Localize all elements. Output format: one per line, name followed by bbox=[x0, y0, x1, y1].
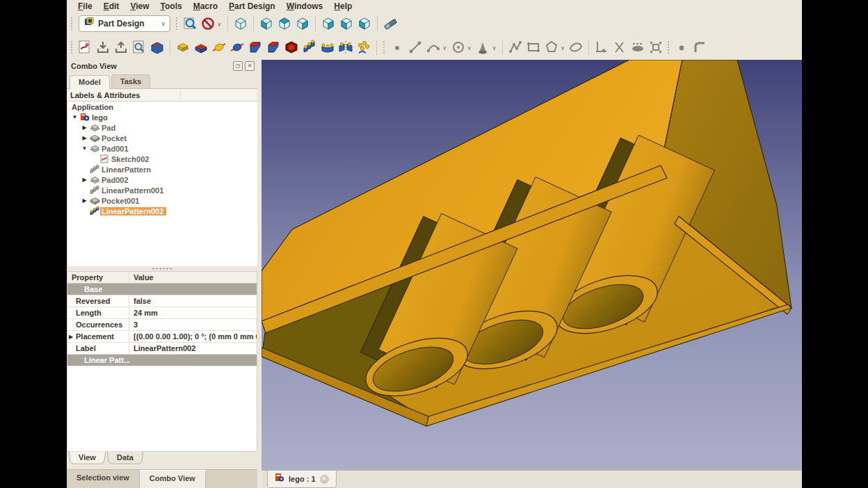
mdi-tab-lego[interactable]: lego : 1 ✕ bbox=[267, 471, 337, 488]
linear-pattern-icon[interactable] bbox=[300, 38, 319, 56]
trim-icon[interactable] bbox=[611, 38, 629, 56]
menu-view[interactable]: View bbox=[124, 1, 154, 12]
polygon-icon[interactable] bbox=[542, 38, 561, 56]
chevron-down-icon[interactable]: ∨ bbox=[561, 43, 565, 51]
clone-icon[interactable] bbox=[647, 38, 665, 56]
revolution-icon[interactable] bbox=[210, 38, 228, 56]
cube-left-icon[interactable] bbox=[355, 15, 373, 33]
chevron-down-icon[interactable]: ∨ bbox=[492, 43, 497, 51]
expander-icon[interactable]: ▶ bbox=[69, 334, 76, 340]
model-tree[interactable]: Application▼lego▶Pad▶Pocket▼Pad001Sketch… bbox=[67, 101, 257, 266]
arc-icon[interactable] bbox=[424, 38, 442, 56]
property-grid[interactable]: PropertyValueBaseReversedfalseLength24 m… bbox=[67, 271, 257, 452]
toolbar-grip[interactable] bbox=[383, 40, 386, 54]
tab-model[interactable]: Model bbox=[70, 75, 110, 89]
float-icon[interactable]: ◳ bbox=[233, 61, 243, 71]
polyline-icon[interactable] bbox=[506, 38, 524, 56]
coords-icon[interactable] bbox=[593, 38, 611, 56]
toolbar-grip[interactable] bbox=[667, 40, 670, 54]
property-row-occurrences[interactable]: Occurrences3 bbox=[67, 319, 257, 331]
menu-windows[interactable]: Windows bbox=[281, 1, 329, 12]
chevron-down-icon[interactable]: ∨ bbox=[217, 19, 222, 28]
tab-tasks[interactable]: Tasks bbox=[111, 74, 150, 88]
tree-item-pocket001[interactable]: ▶Pocket001 bbox=[67, 195, 257, 206]
tree-item-pocket[interactable]: ▶Pocket bbox=[67, 133, 257, 143]
line-icon[interactable] bbox=[406, 38, 424, 56]
toolbar-grip[interactable] bbox=[70, 40, 74, 54]
tree-item-linearpattern[interactable]: LinearPattern bbox=[67, 164, 257, 174]
cube-right-icon[interactable] bbox=[294, 15, 312, 33]
expander-icon[interactable]: ▶ bbox=[80, 124, 89, 131]
property-value[interactable]: 3 bbox=[129, 320, 257, 329]
export-icon[interactable] bbox=[112, 38, 130, 56]
menu-file[interactable]: File bbox=[72, 1, 98, 12]
chevron-down-icon[interactable]: ∨ bbox=[442, 43, 447, 51]
property-row-reversed[interactable]: Reversedfalse bbox=[67, 295, 257, 307]
conics-icon[interactable] bbox=[474, 38, 492, 56]
extend-icon[interactable] bbox=[629, 38, 647, 56]
toolbar-grip[interactable] bbox=[175, 17, 179, 31]
groove-icon[interactable] bbox=[228, 38, 246, 56]
close-icon[interactable]: ✕ bbox=[320, 475, 329, 484]
view-sketch-icon[interactable] bbox=[130, 38, 148, 56]
menu-tools[interactable]: Tools bbox=[155, 1, 188, 12]
map-sketch-icon[interactable] bbox=[148, 38, 166, 56]
expander-icon[interactable]: ▶ bbox=[80, 135, 89, 141]
cube-axonometric-icon[interactable] bbox=[232, 15, 250, 33]
3d-scene[interactable] bbox=[262, 60, 802, 470]
tab-view[interactable]: View bbox=[69, 452, 106, 464]
menu-macro[interactable]: Macro bbox=[188, 1, 223, 12]
point-icon[interactable] bbox=[388, 38, 406, 56]
combo-view-titlebar[interactable]: Combo View ◳ ✕ bbox=[67, 60, 257, 72]
property-group-base[interactable]: Base bbox=[67, 284, 257, 295]
multitransform-icon[interactable] bbox=[355, 38, 373, 56]
tree-item-lego[interactable]: ▼lego bbox=[67, 112, 257, 122]
property-row-length[interactable]: Length24 mm bbox=[67, 307, 257, 319]
dock-tab-selection-view[interactable]: Selection view bbox=[67, 470, 140, 488]
expander-icon[interactable]: ▶ bbox=[80, 177, 89, 183]
import-icon[interactable] bbox=[94, 38, 112, 56]
fillet-sketch-icon[interactable] bbox=[691, 38, 709, 56]
new-sketch-icon[interactable] bbox=[76, 38, 94, 56]
menu-edit[interactable]: Edit bbox=[98, 1, 125, 12]
tree-item-linearpattern001[interactable]: LinearPattern001 bbox=[67, 185, 257, 195]
tree-item-pad[interactable]: ▶Pad bbox=[67, 122, 257, 133]
tree-item-pad002[interactable]: ▶Pad002 bbox=[67, 174, 257, 185]
tree-item-pad001[interactable]: ▼Pad001 bbox=[67, 143, 257, 154]
workbench-selector[interactable]: Part Design ∨ bbox=[79, 15, 170, 32]
cube-top-icon[interactable] bbox=[275, 15, 294, 33]
thickness-icon[interactable] bbox=[282, 38, 300, 56]
toolbar-grip[interactable] bbox=[70, 17, 74, 31]
property-value[interactable]: false bbox=[129, 297, 257, 305]
circle-icon[interactable] bbox=[449, 38, 467, 56]
fit-all-icon[interactable] bbox=[181, 15, 199, 33]
property-row-label[interactable]: LabelLinearPattern002 bbox=[67, 343, 257, 355]
polar-pattern-icon[interactable] bbox=[319, 38, 337, 56]
cube-front-icon[interactable] bbox=[257, 15, 275, 33]
cube-bottom-icon[interactable] bbox=[337, 15, 355, 33]
pad-icon[interactable] bbox=[174, 38, 192, 56]
property-value[interactable]: 24 mm bbox=[129, 309, 257, 317]
3d-viewport[interactable] bbox=[262, 60, 802, 470]
expander-icon[interactable]: ▶ bbox=[80, 197, 89, 204]
mirrored-icon[interactable] bbox=[337, 38, 355, 56]
property-value[interactable]: [(0.00 0.00 1.00); 0 °; (0 mm 0 mm 0 ... bbox=[129, 332, 257, 341]
point2-icon[interactable] bbox=[673, 38, 691, 56]
tree-item-application[interactable]: Application bbox=[67, 101, 257, 112]
expander-icon[interactable]: ▼ bbox=[80, 145, 89, 152]
pocket-icon[interactable] bbox=[192, 38, 210, 56]
dock-tab-combo-view[interactable]: Combo View bbox=[140, 470, 206, 488]
fillet-icon[interactable] bbox=[246, 38, 264, 56]
menu-part-design[interactable]: Part Design bbox=[223, 1, 281, 12]
property-row-placement[interactable]: ▶Placement[(0.00 0.00 1.00); 0 °; (0 mm … bbox=[67, 331, 257, 343]
tree-item-sketch002[interactable]: Sketch002 bbox=[67, 154, 257, 164]
tab-data[interactable]: Data bbox=[107, 452, 143, 464]
chamfer-icon[interactable] bbox=[264, 38, 282, 56]
ellipse-icon[interactable] bbox=[567, 38, 585, 56]
menu-help[interactable]: Help bbox=[328, 1, 357, 12]
close-icon[interactable]: ✕ bbox=[245, 61, 255, 71]
property-group-linear-patt-[interactable]: Linear Patt... bbox=[67, 355, 257, 366]
chevron-down-icon[interactable]: ∨ bbox=[467, 43, 472, 51]
draw-style-icon[interactable] bbox=[199, 15, 217, 33]
measure-icon[interactable] bbox=[381, 15, 399, 33]
